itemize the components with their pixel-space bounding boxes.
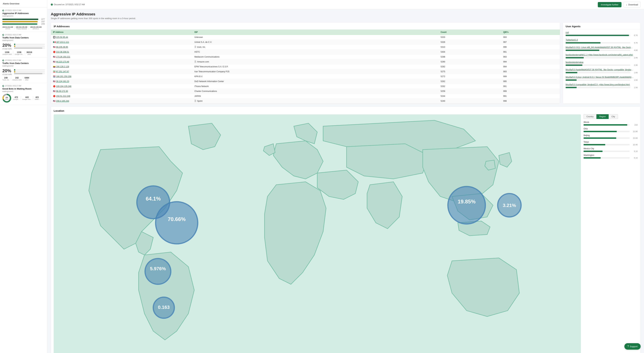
count-cell: 5275 — [439, 69, 501, 74]
flag-icon: 🔴 — [53, 51, 56, 53]
loc-count: 10.4K — [631, 144, 638, 146]
pie-row: 356 QIDs 472Google... 443Google Rea... 4… — [2, 94, 45, 102]
location-tab-region[interactable]: Region — [596, 114, 608, 119]
ua-name[interactable]: Mozilla/5.0 (compatible; bingbot/2.0; +h… — [566, 83, 633, 86]
alert-time-4: 2/7/2023, 9:52:17 AM — [5, 85, 21, 87]
ip-cell: 🇲🇽 187.213.1.111 — [51, 40, 192, 45]
sidebar-item-traffic-dc2[interactable]: 2/7/2023, 9:52:17 AM Traffic from Data C… — [0, 57, 47, 83]
ua-bar-row: 1.5K — [566, 79, 638, 81]
alert-time-2: 2/7/2023, 9:52:17 AM — [5, 34, 21, 36]
table-row[interactable]: 🇺🇸 68.235.39.95 🗄tzulo, inc. 5310 996 — [51, 45, 560, 49]
loc-bar-bg — [584, 151, 630, 152]
count-cell: 5262 — [439, 84, 501, 89]
metric-val-2a: 1336 — [5, 51, 9, 53]
table-header-row: IP Address ISP Count QID's — [51, 30, 560, 35]
metric-lbl-2a: Amazon.AWS — [2, 53, 12, 55]
location-item: Washington 8.1K — [584, 154, 638, 159]
ua-count: 1.6K — [632, 72, 638, 74]
table-row[interactable]: 🇳🇱 188.201.250.206 KPN B.V. 5272 999 — [51, 74, 560, 79]
ua-bar-row: 1.5K — [566, 86, 638, 88]
ip-table: IP Address ISP Count QID's 🔲 225.50.95.4… — [51, 30, 560, 104]
count-cell: 5326 — [439, 40, 501, 45]
qids-cell: 991 — [501, 94, 560, 99]
table-row[interactable]: 🇺🇸 173.26.150.221 Mediacom Communication… — [51, 54, 560, 59]
ip-addresses-panel: IP Addresses IP Address ISP Count QID's — [51, 22, 560, 104]
sidebar-item-traffic-dc1[interactable]: 2/7/2023, 9:52:17 AM Traffic from Data C… — [0, 32, 47, 57]
loc-bar-bg — [584, 157, 630, 159]
table-row[interactable]: 🇺🇸 44.223.173.46 🗄Amazon.com 5290 994 — [51, 59, 560, 64]
ua-bar-row: 2.3K — [566, 64, 638, 66]
ua-item: Twitterbot/1.0 4.7K — [566, 39, 638, 44]
loc-bar-row: 8.1K — [584, 157, 638, 159]
table-row[interactable]: 🔲 225.50.95.44 Unknown 5333 993 — [51, 35, 560, 40]
ua-count: 2.4K — [632, 57, 638, 59]
table-row[interactable]: 🇨🇴 190.128.2.128 EPM Telecomunicaciones … — [51, 64, 560, 69]
ua-name[interactable]: facebookexternalua — [566, 61, 633, 63]
ua-item: Mozilla/5.0 (Linux; Android 6.0.1; Nexus… — [566, 76, 638, 81]
sidebar-item-good-bots[interactable]: 2/7/2023, 9:52:17 AM Good Bots in Waitin… — [0, 83, 47, 105]
ua-bar-row: 1.6K — [566, 72, 638, 74]
metric-ip-1: 150.51.212.248 — [2, 26, 13, 28]
table-row[interactable]: 🇺🇸 208.4.165.244 🗄Sprint 5240 998 — [51, 99, 560, 104]
metric-val-3a: 249 — [4, 77, 8, 79]
metric-label-3: KPN B.V. — [33, 28, 39, 30]
table-row[interactable]: 🇲🇽 187.213.1.111 Uninet S.A. de C.V. 532… — [51, 40, 560, 45]
ua-count: 1.5K — [632, 79, 638, 81]
svg-point-5 — [145, 259, 171, 284]
ua-name[interactable]: Twitterbot/1.0 — [566, 39, 633, 41]
loc-bar-fill — [584, 131, 617, 132]
ua-count: 4.7K — [632, 42, 638, 44]
ua-name[interactable]: Mozilla/5.0 (X11; Linux x86_64) AppleWeb… — [566, 46, 633, 48]
loc-bar-bg — [584, 144, 630, 145]
loc-name: Ohio — [584, 128, 638, 130]
table-row[interactable]: 🔴 150.51.212.248 JAPAN 5244 991 — [51, 94, 560, 99]
table-row[interactable]: 🔴 109.104.135.248 ITirana Network 5262 9… — [51, 84, 560, 89]
col-qids: QID's — [501, 30, 560, 35]
download-button[interactable]: ↓ Download — [624, 2, 640, 7]
isp-cell: 🗄tzulo, inc. — [192, 45, 438, 49]
table-row[interactable]: 🇮🇷 87.251.147.67 Iran Telecommunication … — [51, 69, 560, 74]
count-cell: 5244 — [439, 94, 501, 99]
flag-icon: 🇺🇸 — [53, 46, 56, 48]
ua-name[interactable]: facebookexternalhit/1.1 (+http://www.fac… — [566, 54, 633, 56]
ua-name[interactable]: Mozilla/5.0 AppleWebKit/537.36 (KHTML, l… — [566, 68, 633, 71]
qids-cell: 997 — [501, 40, 560, 45]
pie-chart: 356 QIDs — [2, 94, 11, 102]
location-tab-city[interactable]: City — [608, 114, 618, 119]
sidebar-item-aggressive-ip[interactable]: 2/7/2023, 9:52:17 AM Aggressive IP Addre… — [0, 7, 47, 32]
alert-subtitle-2: waitingroom1 — [2, 39, 45, 41]
table-row[interactable]: 🇺🇸 26.124.161.23 DoD Network Information… — [51, 79, 560, 84]
count-cell: 5259 — [439, 89, 501, 94]
alert-title-4: Good Bots in Waiting Room — [2, 87, 45, 90]
ip-cell: 🔲 225.50.95.44 — [51, 35, 192, 40]
location-panel-title: Location — [54, 109, 638, 112]
investigate-button[interactable]: Investigate further — [598, 2, 622, 7]
ua-bar-bg — [566, 72, 630, 73]
metric-lbl-3b: Amazon.AWS — [12, 79, 22, 81]
ua-count: 2.3K — [632, 64, 638, 66]
metric-val-3b: 242 — [15, 77, 18, 79]
bar-section-1: 1377 1357 1356 — [2, 18, 45, 25]
support-question-icon: ? — [628, 345, 629, 348]
location-tab-country[interactable]: Country — [584, 114, 596, 119]
alert-title-1: Aggressive IP Addresses — [2, 12, 45, 14]
ua-bar-fill — [566, 42, 600, 43]
metric-val-2b: 1336 — [17, 51, 22, 53]
status-dot-1 — [2, 10, 4, 11]
ua-name[interactable]: curl — [566, 31, 633, 34]
loc-bar-bg — [584, 124, 630, 126]
col-count: Count — [439, 30, 501, 35]
support-label: Support — [630, 345, 638, 348]
count-cell: 5310 — [439, 45, 501, 49]
table-row[interactable]: 🇺🇸 98.30.172.30 Charter Communications 5… — [51, 89, 560, 94]
qids-cell: 993 — [501, 69, 560, 74]
isp-cell: DoD Network Information Center — [192, 79, 438, 84]
alert-title-3: Traffic from Data Centers — [2, 62, 45, 64]
table-row[interactable]: 🔴 210.38.208.51 HSTC 5304 991 — [51, 49, 560, 54]
support-button[interactable]: ? Support — [624, 343, 640, 350]
bar-label-2: 1357 — [39, 21, 45, 22]
percent-big-3: 20% — [2, 68, 12, 73]
percent-big-2: 20% — [2, 43, 12, 48]
pie-sublabel: QIDs — [5, 98, 8, 100]
ua-name[interactable]: Mozilla/5.0 (Linux; Android 6.0.1; Nexus… — [566, 76, 633, 78]
